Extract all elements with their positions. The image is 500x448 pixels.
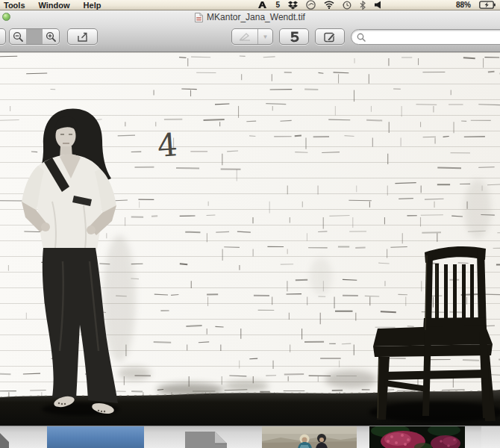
woman-figure	[22, 108, 136, 416]
thumbnail-blue-image[interactable]	[47, 426, 144, 448]
search-icon	[357, 33, 366, 42]
rotate-left-icon	[289, 31, 300, 43]
magnifier-plus-icon	[46, 31, 57, 43]
document-proxy-icon[interactable]	[195, 13, 203, 22]
menu-window[interactable]: Window	[32, 1, 77, 10]
thumbnail-light-partial[interactable]	[481, 426, 500, 448]
menu-bar: Tools Window Help 5	[0, 0, 500, 10]
share-icon	[77, 31, 89, 43]
creative-cloud-icon[interactable]	[306, 0, 316, 10]
chevron-down-icon: ▼	[262, 34, 268, 40]
battery-percent: 88%	[456, 1, 471, 9]
search-input[interactable]	[369, 31, 500, 43]
title-bar: MKantor_Jana_Wendt.tif	[0, 10, 500, 24]
window-title: MKantor_Jana_Wendt.tif	[207, 12, 305, 22]
markup-segment: ▼	[231, 28, 273, 45]
dropbox-icon[interactable]	[288, 1, 298, 10]
menu-status-area: 5 88%	[257, 0, 496, 10]
zoom-in-button[interactable]	[43, 29, 59, 44]
thumbnail-document[interactable]	[154, 426, 259, 448]
time-machine-icon[interactable]	[343, 1, 351, 10]
menu-tools[interactable]: Tools	[0, 1, 32, 10]
window-chrome: MKantor_Jana_Wendt.tif	[0, 10, 500, 52]
photo-canvas[interactable]: 4	[0, 52, 500, 426]
magnifier-minus-icon	[13, 31, 24, 43]
photo-art: 4	[0, 52, 500, 426]
screen: Tools Window Help 5	[0, 0, 500, 448]
volume-icon[interactable]	[374, 1, 381, 9]
wall-marking: 4	[156, 126, 178, 164]
rotate-left-button[interactable]	[279, 28, 309, 45]
filmstrip	[0, 426, 500, 448]
app-badge-icon[interactable]	[257, 1, 267, 9]
toolbar: ▼	[0, 24, 500, 52]
share-button[interactable]	[67, 28, 98, 45]
edit-button[interactable]	[315, 28, 345, 45]
markup-pen-button[interactable]	[232, 29, 257, 44]
zoom-segment	[9, 28, 60, 45]
edit-pencil-icon	[324, 31, 336, 43]
search-field[interactable]	[351, 29, 500, 45]
thumbnail-partial-document[interactable]	[0, 426, 10, 448]
sidebar-button-partial[interactable]	[0, 28, 6, 45]
bluetooth-icon[interactable]	[360, 1, 366, 10]
pen-icon	[239, 32, 251, 41]
app-badge-count: 5	[275, 1, 280, 9]
zoom-out-button[interactable]	[10, 29, 26, 44]
thumbnail-flowers-photo[interactable]	[369, 426, 465, 448]
wifi-icon[interactable]	[324, 1, 334, 9]
menu-help[interactable]: Help	[77, 1, 108, 10]
document-icon	[185, 432, 227, 448]
thumbnail-people-photo[interactable]	[262, 426, 357, 448]
markup-dropdown-button[interactable]: ▼	[258, 29, 272, 44]
battery-icon[interactable]	[479, 1, 496, 9]
